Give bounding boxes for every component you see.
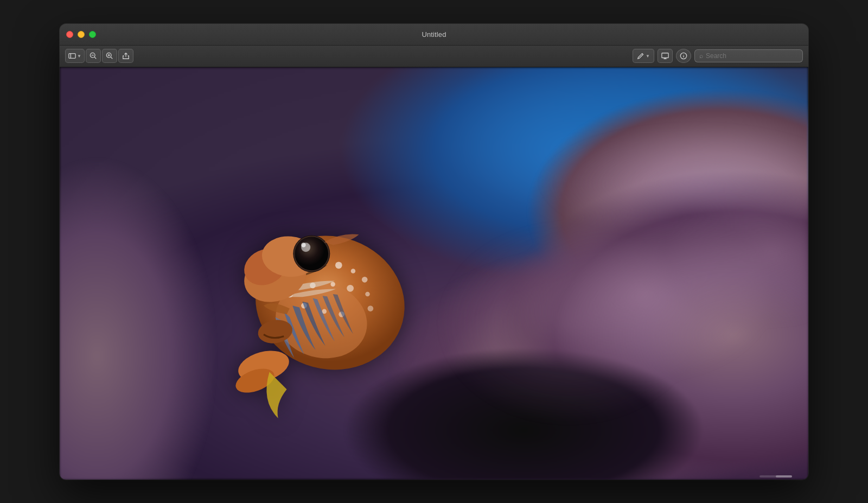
info-button[interactable] bbox=[676, 49, 691, 63]
pen-icon bbox=[637, 52, 644, 60]
zoom-in-icon bbox=[106, 52, 113, 60]
fish-scene bbox=[60, 67, 808, 480]
info-icon bbox=[680, 52, 687, 60]
svg-line-9 bbox=[642, 54, 643, 55]
svg-point-42 bbox=[301, 243, 306, 248]
zoom-out-button[interactable] bbox=[86, 49, 101, 63]
svg-point-40 bbox=[295, 237, 328, 271]
minimize-button[interactable] bbox=[78, 31, 85, 38]
fish-container bbox=[150, 141, 464, 430]
svg-point-26 bbox=[330, 282, 335, 287]
svg-line-6 bbox=[111, 57, 113, 59]
svg-point-28 bbox=[365, 292, 370, 297]
share-icon bbox=[122, 52, 130, 60]
svg-point-15 bbox=[684, 54, 684, 55]
scrollbar-horizontal[interactable] bbox=[760, 475, 792, 477]
toolbar: ▼ bbox=[60, 46, 808, 67]
monitor-icon bbox=[661, 52, 669, 60]
zoom-in-button[interactable] bbox=[102, 49, 117, 63]
share-button[interactable] bbox=[118, 49, 133, 63]
scrollbar-thumb bbox=[776, 475, 792, 477]
sidebar-toggle-button[interactable]: ▼ bbox=[65, 49, 85, 63]
search-icon: ⌕ bbox=[699, 52, 703, 60]
close-button[interactable] bbox=[66, 31, 73, 38]
svg-point-27 bbox=[347, 285, 354, 292]
main-window: Untitled ▼ bbox=[60, 24, 808, 480]
search-field[interactable]: ⌕ bbox=[694, 49, 803, 62]
toolbar-right: ▼ ⌕ bbox=[633, 49, 803, 63]
chevron-down-icon: ▼ bbox=[77, 54, 81, 59]
search-input[interactable] bbox=[706, 52, 793, 60]
svg-point-22 bbox=[335, 262, 342, 269]
titlebar: Untitled bbox=[60, 24, 808, 46]
sidebar-icon bbox=[68, 52, 76, 60]
image-area bbox=[60, 67, 808, 480]
toolbar-left: ▼ bbox=[65, 49, 630, 63]
fish-image bbox=[150, 141, 464, 430]
svg-rect-0 bbox=[69, 54, 75, 59]
zoom-out-icon bbox=[90, 52, 97, 60]
svg-rect-10 bbox=[662, 53, 668, 58]
svg-point-23 bbox=[350, 269, 355, 273]
svg-point-32 bbox=[367, 306, 373, 312]
chevron-down-icon: ▼ bbox=[646, 54, 650, 59]
maximize-button[interactable] bbox=[89, 31, 96, 38]
traffic-lights bbox=[66, 31, 96, 38]
display-button[interactable] bbox=[658, 49, 673, 63]
svg-point-24 bbox=[361, 277, 367, 283]
svg-line-3 bbox=[94, 57, 97, 59]
window-title: Untitled bbox=[422, 30, 446, 39]
markup-button[interactable]: ▼ bbox=[633, 49, 654, 63]
